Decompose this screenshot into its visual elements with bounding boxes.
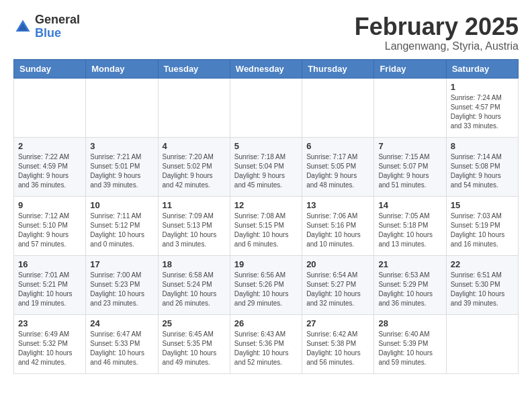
day-info: Sunrise: 7:06 AM Sunset: 5:16 PM Dayligh… [306, 212, 369, 249]
calendar-cell [158, 78, 230, 137]
day-number: 16 [18, 259, 81, 269]
day-number: 5 [234, 141, 298, 151]
day-info: Sunrise: 6:49 AM Sunset: 5:32 PM Dayligh… [18, 330, 81, 367]
day-info: Sunrise: 7:11 AM Sunset: 5:12 PM Dayligh… [90, 212, 153, 249]
calendar-cell: 28Sunrise: 6:40 AM Sunset: 5:39 PM Dayli… [374, 314, 446, 373]
calendar-cell: 1Sunrise: 7:24 AM Sunset: 4:57 PM Daylig… [446, 78, 518, 137]
day-number: 15 [451, 200, 514, 210]
calendar-week-row: 23Sunrise: 6:49 AM Sunset: 5:32 PM Dayli… [14, 314, 519, 373]
calendar-cell: 13Sunrise: 7:06 AM Sunset: 5:16 PM Dayli… [302, 196, 374, 255]
day-header-friday: Friday [374, 59, 446, 78]
day-header-thursday: Thursday [302, 59, 374, 78]
calendar-cell: 25Sunrise: 6:45 AM Sunset: 5:35 PM Dayli… [158, 314, 230, 373]
logo-text: General Blue [35, 13, 80, 40]
day-number: 18 [163, 259, 226, 269]
calendar-week-row: 16Sunrise: 7:01 AM Sunset: 5:21 PM Dayli… [14, 255, 519, 314]
day-info: Sunrise: 6:53 AM Sunset: 5:29 PM Dayligh… [378, 271, 441, 308]
month-year-title: February 2025 [355, 13, 519, 40]
day-number: 12 [234, 200, 298, 210]
day-number: 27 [306, 318, 369, 328]
calendar-cell: 12Sunrise: 7:08 AM Sunset: 5:15 PM Dayli… [230, 196, 302, 255]
calendar-cell: 2Sunrise: 7:22 AM Sunset: 4:59 PM Daylig… [14, 137, 86, 196]
calendar-table: SundayMondayTuesdayWednesdayThursdayFrid… [13, 59, 519, 374]
day-info: Sunrise: 7:12 AM Sunset: 5:10 PM Dayligh… [18, 212, 81, 249]
day-info: Sunrise: 7:09 AM Sunset: 5:13 PM Dayligh… [163, 212, 226, 249]
day-info: Sunrise: 6:40 AM Sunset: 5:39 PM Dayligh… [378, 330, 441, 367]
calendar-cell [446, 314, 518, 373]
day-info: Sunrise: 6:56 AM Sunset: 5:26 PM Dayligh… [234, 271, 298, 308]
day-number: 2 [18, 141, 81, 151]
day-number: 21 [378, 259, 441, 269]
calendar-header-row: SundayMondayTuesdayWednesdayThursdayFrid… [14, 59, 519, 78]
calendar-cell: 23Sunrise: 6:49 AM Sunset: 5:32 PM Dayli… [14, 314, 86, 373]
day-info: Sunrise: 7:17 AM Sunset: 5:05 PM Dayligh… [306, 152, 369, 190]
calendar-cell [302, 78, 374, 137]
page-header: General Blue February 2025 Langenwang, S… [13, 13, 519, 52]
logo-blue: Blue [35, 26, 61, 40]
day-info: Sunrise: 7:22 AM Sunset: 4:59 PM Dayligh… [18, 152, 81, 190]
calendar-cell: 16Sunrise: 7:01 AM Sunset: 5:21 PM Dayli… [14, 255, 86, 314]
day-number: 22 [451, 259, 514, 269]
calendar-cell: 6Sunrise: 7:17 AM Sunset: 5:05 PM Daylig… [302, 137, 374, 196]
day-number: 24 [90, 318, 153, 328]
day-info: Sunrise: 6:43 AM Sunset: 5:36 PM Dayligh… [234, 330, 298, 367]
calendar-cell: 10Sunrise: 7:11 AM Sunset: 5:12 PM Dayli… [86, 196, 158, 255]
calendar-cell: 7Sunrise: 7:15 AM Sunset: 5:07 PM Daylig… [374, 137, 446, 196]
calendar-week-row: 9Sunrise: 7:12 AM Sunset: 5:10 PM Daylig… [14, 196, 519, 255]
day-info: Sunrise: 7:01 AM Sunset: 5:21 PM Dayligh… [18, 271, 81, 308]
calendar-cell [14, 78, 86, 137]
day-number: 13 [306, 200, 369, 210]
calendar-cell: 27Sunrise: 6:42 AM Sunset: 5:38 PM Dayli… [302, 314, 374, 373]
calendar-cell: 8Sunrise: 7:14 AM Sunset: 5:08 PM Daylig… [446, 137, 518, 196]
calendar-week-row: 1Sunrise: 7:24 AM Sunset: 4:57 PM Daylig… [14, 78, 519, 137]
day-number: 9 [18, 200, 81, 210]
day-info: Sunrise: 7:15 AM Sunset: 5:07 PM Dayligh… [378, 152, 441, 190]
calendar-cell: 22Sunrise: 6:51 AM Sunset: 5:30 PM Dayli… [446, 255, 518, 314]
day-info: Sunrise: 6:47 AM Sunset: 5:33 PM Dayligh… [90, 330, 153, 367]
day-number: 25 [163, 318, 226, 328]
day-header-wednesday: Wednesday [230, 59, 302, 78]
day-info: Sunrise: 7:08 AM Sunset: 5:15 PM Dayligh… [234, 212, 298, 249]
calendar-cell: 4Sunrise: 7:20 AM Sunset: 5:02 PM Daylig… [158, 137, 230, 196]
day-info: Sunrise: 7:00 AM Sunset: 5:23 PM Dayligh… [90, 271, 153, 308]
day-number: 11 [163, 200, 226, 210]
day-info: Sunrise: 7:20 AM Sunset: 5:02 PM Dayligh… [163, 152, 226, 190]
day-number: 19 [234, 259, 298, 269]
calendar-cell: 17Sunrise: 7:00 AM Sunset: 5:23 PM Dayli… [86, 255, 158, 314]
day-number: 6 [306, 141, 369, 151]
calendar-cell: 5Sunrise: 7:18 AM Sunset: 5:04 PM Daylig… [230, 137, 302, 196]
calendar-cell: 15Sunrise: 7:03 AM Sunset: 5:19 PM Dayli… [446, 196, 518, 255]
calendar-cell: 21Sunrise: 6:53 AM Sunset: 5:29 PM Dayli… [374, 255, 446, 314]
day-number: 8 [451, 141, 514, 151]
day-header-sunday: Sunday [14, 59, 86, 78]
logo-general: General [35, 13, 80, 26]
day-number: 4 [163, 141, 226, 151]
day-number: 7 [378, 141, 441, 151]
day-number: 1 [451, 82, 514, 92]
day-number: 17 [90, 259, 153, 269]
day-number: 14 [378, 200, 441, 210]
logo-icon [13, 17, 32, 36]
calendar-cell [230, 78, 302, 137]
day-info: Sunrise: 6:51 AM Sunset: 5:30 PM Dayligh… [451, 271, 514, 308]
calendar-cell: 26Sunrise: 6:43 AM Sunset: 5:36 PM Dayli… [230, 314, 302, 373]
day-number: 3 [90, 141, 153, 151]
calendar-cell [86, 78, 158, 137]
day-info: Sunrise: 6:45 AM Sunset: 5:35 PM Dayligh… [163, 330, 226, 367]
calendar-cell: 3Sunrise: 7:21 AM Sunset: 5:01 PM Daylig… [86, 137, 158, 196]
day-header-saturday: Saturday [446, 59, 518, 78]
day-info: Sunrise: 7:18 AM Sunset: 5:04 PM Dayligh… [234, 152, 298, 190]
day-info: Sunrise: 6:58 AM Sunset: 5:24 PM Dayligh… [163, 271, 226, 308]
day-info: Sunrise: 7:21 AM Sunset: 5:01 PM Dayligh… [90, 152, 153, 190]
day-header-monday: Monday [86, 59, 158, 78]
calendar-cell: 11Sunrise: 7:09 AM Sunset: 5:13 PM Dayli… [158, 196, 230, 255]
logo: General Blue [13, 13, 80, 40]
day-number: 10 [90, 200, 153, 210]
location-subtitle: Langenwang, Styria, Austria [355, 40, 519, 52]
calendar-cell: 24Sunrise: 6:47 AM Sunset: 5:33 PM Dayli… [86, 314, 158, 373]
day-number: 28 [378, 318, 441, 328]
calendar-cell: 9Sunrise: 7:12 AM Sunset: 5:10 PM Daylig… [14, 196, 86, 255]
calendar-week-row: 2Sunrise: 7:22 AM Sunset: 4:59 PM Daylig… [14, 137, 519, 196]
calendar-cell: 18Sunrise: 6:58 AM Sunset: 5:24 PM Dayli… [158, 255, 230, 314]
day-number: 23 [18, 318, 81, 328]
